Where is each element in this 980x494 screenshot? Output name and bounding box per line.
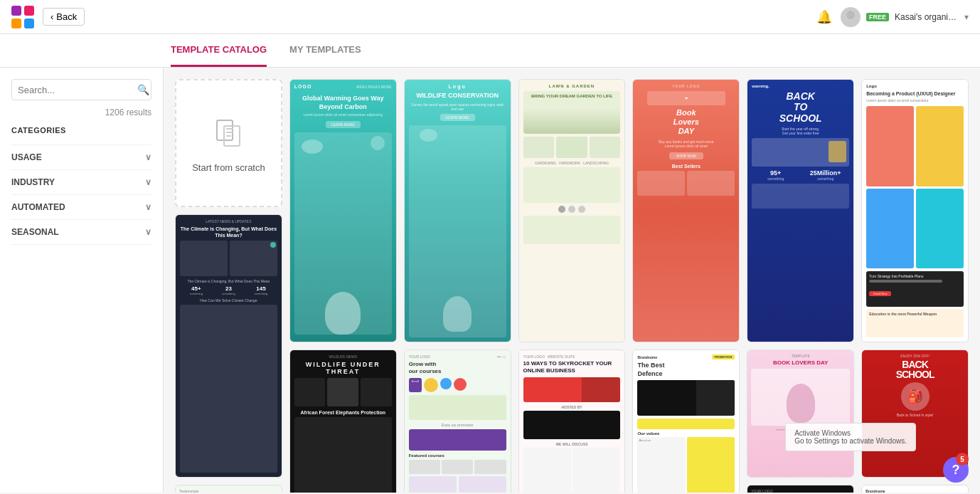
template-card[interactable]: Brandname xyxy=(861,485,969,493)
back-button[interactable]: ‹ Back xyxy=(43,8,85,26)
scratch-placeholder-icon xyxy=(211,113,245,154)
svg-rect-1 xyxy=(24,6,34,16)
search-box: 🔍 xyxy=(11,79,151,100)
header-right: 🔔 FREE Kasai's organizat... ▾ xyxy=(816,7,969,27)
app-logo[interactable] xyxy=(11,6,34,28)
sidebar-item-seasonal[interactable]: SEASONAL ∨ xyxy=(11,219,151,245)
svg-rect-0 xyxy=(11,6,21,16)
chevron-down-icon: ∨ xyxy=(145,202,151,212)
template-card[interactable]: warning. BACKTOSCHOOL Start the year off… xyxy=(747,79,854,342)
template-card[interactable]: LAWN & GARDEN BRING YOUR DREAM GARDEN TO… xyxy=(518,79,626,342)
org-name: Kasai's organizat... xyxy=(895,12,959,22)
template-card[interactable]: YOUR LOGO ••• ○○ Grow withour courses En… xyxy=(404,350,511,493)
user-area[interactable]: FREE Kasai's organizat... ▾ xyxy=(841,7,969,27)
notification-count-badge: 5 xyxy=(956,453,969,466)
free-badge: FREE xyxy=(866,13,889,21)
header: ‹ Back 🔔 FREE Kasai's organizat... ▾ xyxy=(0,0,980,34)
template-card[interactable]: YOUR LOGO WEBSITE SUITE 10 WAYS TO SKYRO… xyxy=(518,350,626,493)
search-input[interactable] xyxy=(18,85,137,95)
sidebar: 🔍 1206 results CATEGORIES USAGE ∨ INDUST… xyxy=(0,68,164,493)
svg-point-5 xyxy=(843,21,858,27)
template-card[interactable]: Testimonials xyxy=(175,485,282,493)
activate-windows-overlay: Activate Windows Go to Settings to activ… xyxy=(785,423,916,451)
svg-rect-3 xyxy=(24,19,34,28)
template-card[interactable]: Logo WILDLIFE CONSERVATION Survey the wo… xyxy=(404,79,511,342)
template-card[interactable]: YOUR LOGO 10 WAYS TO SKYROCKET YOUR ONLI… xyxy=(747,485,854,493)
activate-subtext: Go to Settings to activate Windows. xyxy=(794,437,907,445)
categories-title: CATEGORIES xyxy=(11,126,151,135)
category-usage-label: USAGE xyxy=(11,152,42,162)
chevron-down-icon: ∨ xyxy=(145,177,151,187)
activate-text: Activate Windows xyxy=(794,429,907,437)
sidebar-item-usage[interactable]: USAGE ∨ xyxy=(11,144,151,169)
header-left: ‹ Back xyxy=(11,6,85,28)
category-automated-label: AUTOMATED xyxy=(11,202,65,212)
search-icon[interactable]: 🔍 xyxy=(137,84,149,95)
category-seasonal-label: SEASONAL xyxy=(11,227,59,237)
sidebar-item-industry[interactable]: INDUSTRY ∨ xyxy=(11,169,151,194)
results-count: 1206 results xyxy=(11,107,151,117)
template-card[interactable]: Brandname PROMOTION The BestDefence Our … xyxy=(632,350,740,493)
user-chevron-down-icon: ▾ xyxy=(964,12,969,22)
sidebar-item-automated[interactable]: AUTOMATED ∨ xyxy=(11,194,151,219)
scratch-label: Start from scratch xyxy=(192,162,265,173)
avatar xyxy=(841,7,861,27)
svg-point-4 xyxy=(846,11,855,19)
notification-bell-icon[interactable]: 🔔 xyxy=(816,9,832,25)
template-card[interactable]: WILDLIFE NEWS WILDLIFE UNDER THREAT Afri… xyxy=(289,350,397,493)
svg-rect-2 xyxy=(11,19,21,28)
scratch-card[interactable]: Start from scratch xyxy=(175,79,282,207)
back-chevron-icon: ‹ xyxy=(50,11,53,22)
tab-template-catalog[interactable]: TEMPLATE CATALOG xyxy=(171,34,267,67)
template-card[interactable]: TEMPLATE BOOK LOVERS DAY Lorem ipsum dol… xyxy=(747,350,854,478)
template-card[interactable]: YOUR LOGO ❤ BookLoversDAY Buy any books … xyxy=(632,79,740,342)
tabs-bar: TEMPLATE CATALOG MY TEMPLATES xyxy=(0,34,980,68)
tab-my-templates[interactable]: MY TEMPLATES xyxy=(289,34,361,67)
template-card[interactable]: LATEST NEWS & UPDATES The Climate is Cha… xyxy=(175,214,282,478)
chevron-down-icon: ∨ xyxy=(145,227,151,237)
template-card[interactable]: Logo Becoming a Product (UX/UI) Designer… xyxy=(861,79,969,342)
chevron-down-icon: ∨ xyxy=(145,152,151,162)
category-industry-label: INDUSTRY xyxy=(11,177,55,187)
template-card[interactable]: LOGO MENU PAGES MORE Global Warming Goes… xyxy=(289,79,397,342)
back-label: Back xyxy=(56,11,77,22)
